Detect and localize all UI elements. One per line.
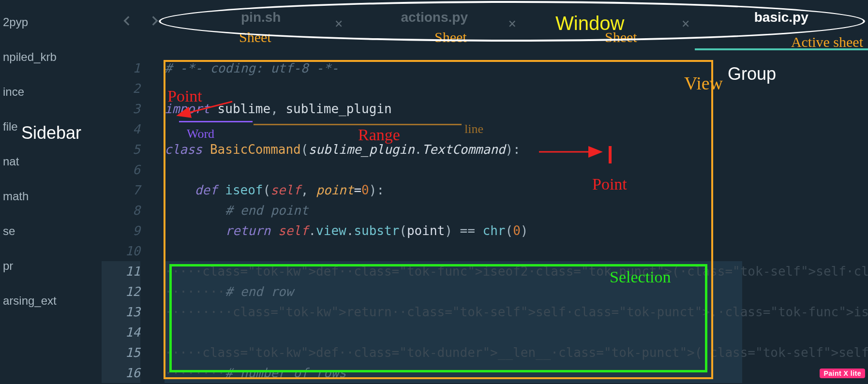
annotation-sidebar: Sidebar [19,123,83,143]
sidebar-item[interactable]: math [0,179,102,214]
line-number: 9 [102,221,140,241]
line-number: 3 [102,99,140,119]
code-line[interactable] [165,78,742,99]
line-number: 13 [102,302,140,322]
code-line[interactable]: ·········class="tok-kw">return··class="t… [165,302,742,322]
code-line[interactable]: import sublime, sublime_plugin [165,99,742,119]
line-number: 11 [102,261,140,281]
annotation-line-underline [254,124,462,125]
annotation-cursor [609,146,612,163]
annotation-line: line [464,122,483,136]
tab-title: actions.py [401,10,468,25]
annotation-point: Point [167,87,202,105]
line-number: 14 [102,322,140,342]
tab-history-nav [121,15,161,27]
annotation-sheet: Sheet [239,29,271,45]
sidebar-item[interactable]: 2pyp [0,5,102,40]
close-icon[interactable]: × [335,15,343,31]
line-number: 4 [102,119,140,139]
sidebar-item[interactable]: se [0,214,102,249]
code-line[interactable] [165,160,742,180]
tab-bar: pin.sh × actions.py × × basic.py [174,0,868,48]
tab-title: basic.py [754,10,808,25]
sidebar-item[interactable]: npiled_krb [0,40,102,74]
line-number: 12 [102,281,140,302]
annotation-word-underline [179,121,253,122]
sidebar-item[interactable]: nat [0,144,102,179]
chevron-right-icon[interactable] [148,15,161,27]
line-number: 16 [102,363,140,383]
line-number: 5 [102,139,140,160]
line-number: 10 [102,241,140,261]
line-number: 8 [102,200,140,221]
sidebar-item[interactable]: pr [0,249,102,283]
code-line[interactable]: class BasicCommand(sublime_plugin.TextCo… [165,139,742,160]
code-line[interactable]: def iseof(self, point=0): [165,180,742,200]
code-line[interactable]: ·····class="tok-kw">def··class="tok-dund… [165,342,742,363]
close-icon[interactable]: × [508,15,516,31]
annotation-word: Word [187,127,214,141]
code-line[interactable]: return self.view.substr(point) == chr(0) [165,221,742,241]
line-number: 1 [102,58,140,78]
sidebar-item[interactable]: ince [0,74,102,109]
code-line[interactable]: # -*- coding: utf-8 -*- [165,58,742,78]
code-line[interactable] [165,241,742,261]
code-editor[interactable]: 1 2 3 4 5 6 7 8 9 10 11 12 13 14 15 16 #… [102,58,742,384]
annotation-selection: Selection [610,268,671,286]
close-icon[interactable]: × [682,15,690,31]
annotation-point: Point [592,175,627,193]
code-area[interactable]: # -*- coding: utf-8 -*-import sublime, s… [165,58,742,383]
annotation-window: Window [555,13,624,34]
line-gutter: 1 2 3 4 5 6 7 8 9 10 11 12 13 14 15 16 [102,58,150,383]
watermark: Paint X lite [820,369,865,378]
code-line[interactable] [165,322,742,342]
line-number: 15 [102,342,140,363]
chevron-left-icon[interactable] [121,15,134,27]
annotation-view: View [684,73,723,94]
annotation-sheet: Sheet [434,29,467,45]
sidebar: 2pyp npiled_krb ince file nat math se pr… [0,0,102,384]
code-line[interactable]: ········# number of rows [165,363,742,383]
tab-title: pin.sh [241,10,281,25]
annotation-range: Range [358,126,400,144]
line-number: 7 [102,180,140,200]
line-number: 6 [102,160,140,180]
annotation-active-sheet: Active sheet [791,34,863,50]
sidebar-item[interactable]: arsing_ext [0,283,102,318]
code-line[interactable]: # end point [165,200,742,221]
line-number: 2 [102,78,140,99]
